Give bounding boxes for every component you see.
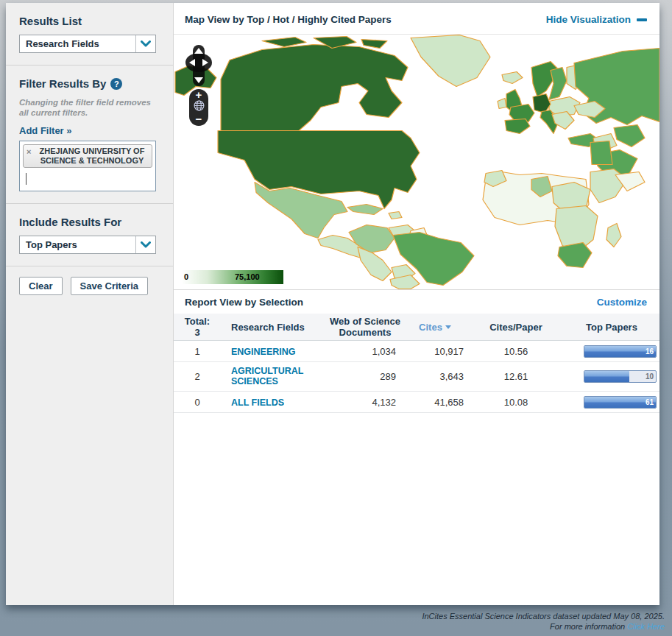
add-filter-link[interactable]: Add Filter » <box>19 125 72 136</box>
map-panel-header: Map View by Top / Hot / Highly Cited Pap… <box>174 3 659 34</box>
filter-tag[interactable]: × ZHEJIANG UNIVERSITY OF SCIENCE & TECHN… <box>23 144 152 168</box>
bar-fill <box>584 371 629 382</box>
map-region-iceland[interactable] <box>502 72 523 84</box>
table-header-row: Total: 3 Research Fields Web of Science … <box>174 314 659 341</box>
remove-filter-icon[interactable]: × <box>26 147 31 156</box>
map-region-spain[interactable] <box>505 119 530 134</box>
top-papers-value: 61 <box>646 398 654 406</box>
include-results-selected-value: Top Papers <box>20 236 135 253</box>
field-link[interactable]: ENGINEERING <box>231 347 296 357</box>
cites-value: 10,917 <box>402 346 468 357</box>
chevron-down-icon[interactable] <box>135 236 155 253</box>
filter-input-box[interactable]: × ZHEJIANG UNIVERSITY OF SCIENCE & TECHN… <box>19 141 156 191</box>
click-here-link[interactable]: Click Here <box>627 622 665 631</box>
minus-icon <box>637 18 647 21</box>
world-map[interactable]: + − 0 75,100 <box>174 34 659 289</box>
map-region-greenland[interactable] <box>411 35 490 87</box>
map-region-arctic-island[interactable] <box>361 40 387 49</box>
legend-min-value: 0 <box>184 272 188 281</box>
footer-dataset-note: InCites Essential Science Indicators dat… <box>422 612 665 622</box>
cites-per-paper-value: 10.56 <box>468 346 564 357</box>
chevron-down-icon[interactable] <box>135 35 155 52</box>
map-region-arctic-island[interactable] <box>262 38 306 47</box>
footer: InCites Essential Science Indicators dat… <box>422 612 665 632</box>
documents-value: 4,132 <box>328 397 402 408</box>
filter-section: Filter Results By ? Changing the filter … <box>6 66 173 203</box>
field-link[interactable]: ALL FIELDS <box>231 398 284 408</box>
choropleth-map[interactable] <box>174 35 659 289</box>
app-window: Results List Research Fields Filter Resu… <box>6 3 659 605</box>
filter-heading: Filter Results By <box>19 77 106 90</box>
top-papers-bar: 61 <box>584 396 657 409</box>
cites-value: 3,643 <box>402 371 468 382</box>
map-region-cuba[interactable] <box>347 205 383 215</box>
results-list-dropdown[interactable]: Research Fields <box>19 35 156 53</box>
include-results-heading: Include Results For <box>19 216 161 228</box>
map-zoom-control[interactable]: + − <box>189 89 208 126</box>
filter-note: Changing the filter field removes all cu… <box>19 97 161 118</box>
results-list-section: Results List Research Fields <box>6 3 173 65</box>
legend-max-value: 75,100 <box>235 272 260 281</box>
sort-descending-icon <box>445 325 451 329</box>
text-cursor <box>26 173 26 185</box>
table-row: 0 ALL FIELDS 4,132 41,658 10.08 61 <box>174 392 659 413</box>
map-region-hispaniola[interactable] <box>389 212 402 219</box>
column-header-top-papers: Top Papers <box>564 322 659 333</box>
map-view-title: Map View by Top / Hot / Highly Cited Pap… <box>185 14 392 25</box>
cites-per-paper-value: 12.61 <box>468 371 564 382</box>
include-results-section: Include Results For Top Papers <box>6 204 173 266</box>
clear-button[interactable]: Clear <box>19 277 63 295</box>
map-region-canada[interactable] <box>221 45 408 131</box>
map-region-egypt[interactable] <box>590 141 612 165</box>
help-icon[interactable]: ? <box>110 78 122 90</box>
main-panel: Map View by Top / Hot / Highly Cited Pap… <box>174 3 659 605</box>
total-header: Total: 3 <box>174 316 221 338</box>
rank-value: 2 <box>174 371 221 382</box>
report-table: Total: 3 Research Fields Web of Science … <box>174 314 659 413</box>
empty-area <box>174 413 659 605</box>
column-header-cites-per-paper: Cites/Paper <box>468 322 564 333</box>
field-link[interactable]: AGRICULTURAL SCIENCES <box>231 366 312 386</box>
map-region-ireland[interactable] <box>498 99 506 109</box>
map-region-sweden[interactable] <box>549 68 567 100</box>
sidebar: Results List Research Fields Filter Resu… <box>6 3 174 605</box>
cites-per-paper-value: 10.08 <box>468 397 564 408</box>
rank-value: 0 <box>174 397 221 408</box>
cites-value: 41,658 <box>402 397 468 408</box>
cites-sort-link[interactable]: Cites <box>419 322 451 333</box>
footer-info-line: For more information Click Here <box>422 622 665 632</box>
include-results-dropdown[interactable]: Top Papers <box>19 236 156 254</box>
map-region-madagascar[interactable] <box>606 224 621 247</box>
top-papers-bar: 16 <box>584 345 657 358</box>
report-panel-header: Report View by Selection Customize <box>174 289 659 314</box>
zoom-in-button[interactable]: + <box>196 90 202 100</box>
documents-value: 1,034 <box>328 346 402 357</box>
sidebar-buttons: Clear Save Criteria <box>6 266 173 307</box>
map-pan-control[interactable] <box>185 45 212 89</box>
results-list-heading: Results List <box>19 15 161 27</box>
top-papers-value: 10 <box>646 372 654 381</box>
top-papers-value: 16 <box>646 347 654 356</box>
page-background: Results List Research Fields Filter Resu… <box>0 0 672 636</box>
customize-link[interactable]: Customize <box>597 297 647 308</box>
map-region-south-africa[interactable] <box>558 243 592 268</box>
column-header-documents: Web of Science Documents <box>328 316 402 338</box>
map-region-iran[interactable] <box>614 125 645 147</box>
zoom-out-button[interactable]: − <box>196 114 202 124</box>
table-row: 2 AGRICULTURAL SCIENCES 289 3,643 12.61 … <box>174 362 659 392</box>
report-view-title: Report View by Selection <box>185 297 303 308</box>
documents-value: 289 <box>328 371 402 382</box>
filter-tag-label: ZHEJIANG UNIVERSITY OF SCIENCE & TECHNOL… <box>35 146 149 165</box>
save-criteria-button[interactable]: Save Criteria <box>71 277 149 295</box>
results-list-selected-value: Research Fields <box>20 35 135 52</box>
table-row: 1 ENGINEERING 1,034 10,917 10.56 16 <box>174 341 659 362</box>
top-papers-bar: 10 <box>584 370 657 383</box>
rank-value: 1 <box>174 346 221 357</box>
hide-visualization-link[interactable]: Hide Visualization <box>546 14 647 25</box>
column-header-research-fields: Research Fields <box>221 322 328 333</box>
map-legend: 0 75,100 <box>182 270 283 284</box>
column-header-cites: Cites <box>402 322 468 333</box>
